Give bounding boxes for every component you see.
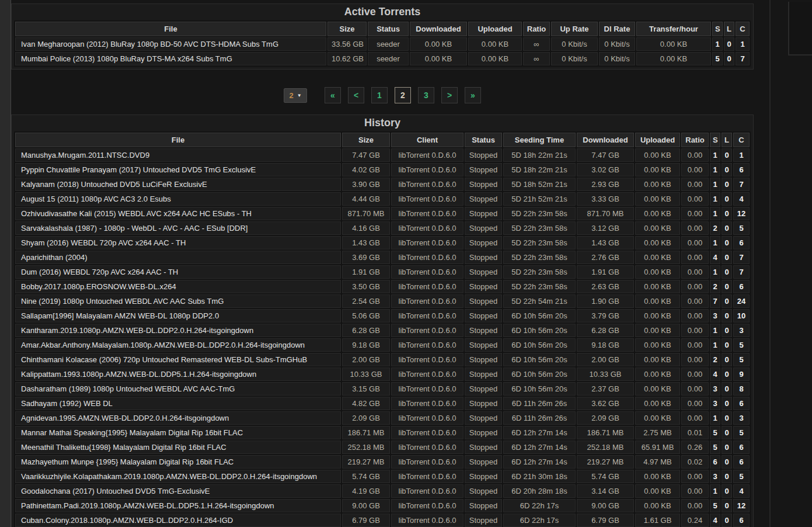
cell-seeding: 6D 21h 30m 18s [503, 470, 576, 483]
cell-file[interactable]: August 15 (2011) 1080p AVC AC3 2.0 Esubs [15, 192, 341, 206]
table-row: Sadhayam (1992) WEB DL4.82 GBlibTorrent … [15, 397, 750, 410]
cell-status: Stopped [465, 280, 502, 293]
cell-size: 3.15 GB [342, 382, 390, 396]
cell-size: 5.74 GB [342, 470, 390, 483]
cell-file[interactable]: Ozhivudivasathe Kali (2015) WEBDL AVC x2… [15, 207, 341, 220]
cell-seeding: 6D 12h 27m 14s [503, 455, 576, 469]
cell-file[interactable]: Mumbai Police (2013) 1080p BluRay DTS-MA… [15, 52, 326, 65]
cell-ratio: 0.00 [681, 324, 709, 337]
cell-file[interactable]: Manushya.Mrugam.2011.NTSC.DVD9 [15, 148, 341, 162]
cell-seeding: 6D 10h 56m 20s [503, 324, 576, 337]
column-header-uploaded: Uploaded [468, 22, 522, 36]
cell-l: 0 [722, 426, 732, 439]
cell-file[interactable]: Goodalochana (2017) Untouched DVD5 TmG-E… [15, 484, 341, 498]
cell-status: Stopped [465, 294, 502, 308]
cell-uploaded: 0.00 KB [635, 192, 680, 206]
cell-downloaded: 9.18 GB [577, 338, 634, 352]
cell-client: libTorrent 0.D.6.0 [391, 309, 463, 323]
cell-c: 4 [733, 484, 750, 498]
cell-downloaded: 219.27 MB [577, 455, 634, 469]
cell-c: 5 [733, 338, 750, 352]
pagination-button-next[interactable]: > [441, 87, 458, 103]
pagination-current-page: 2 [395, 87, 411, 103]
cell-l: 0 [722, 338, 732, 352]
pagination-button-page-3[interactable]: 3 [418, 87, 434, 103]
active-torrents-title: Active Torrents [14, 4, 751, 20]
cell-ratio: ∞ [523, 52, 550, 65]
table-row: Goodalochana (2017) Untouched DVD5 TmG-E… [15, 484, 750, 498]
cell-file[interactable]: Kalippattam.1993.1080p.AMZN.WEB-DL.DDP5.… [15, 367, 341, 381]
cell-ratio: 0.00 [681, 309, 709, 323]
cell-client: libTorrent 0.D.6.0 [391, 221, 463, 235]
cell-file[interactable]: Sadhayam (1992) WEB DL [15, 397, 341, 410]
cell-file[interactable]: Pathinettam.Padi.2019.1080p.AMZN.WEB-DL.… [15, 499, 341, 512]
cell-file[interactable]: Dum (2016) WEBDL 720p AVC x264 AAC - TH [15, 265, 341, 279]
cell-seeding: 5D 18h 22m 21s [503, 163, 576, 176]
pagination-button-last[interactable]: » [465, 87, 481, 103]
cell-s: 2 [710, 353, 720, 366]
cell-file[interactable]: Ivan Megharoopan (2012) BluRay 1080p BD-… [15, 37, 326, 51]
cell-ratio: 0.00 [681, 338, 709, 352]
cell-c: 5 [733, 470, 750, 483]
cell-file[interactable]: Sallapam[1996] Malayalam AMZN WEB-DL 108… [15, 309, 341, 323]
cell-file[interactable]: Vaarikkuzhiyile.Kolapathakam.2019.1080p.… [15, 470, 341, 483]
cell-seeding: 6D 11h 26m 26s [503, 397, 576, 410]
cell-file[interactable]: Pyppin Chuvattile Pranayam (2017) Untouc… [15, 163, 341, 176]
cell-file[interactable]: Shyam (2016) WEBDL 720p AVC x264 AAC - T… [15, 236, 341, 249]
cell-s: 1 [710, 411, 720, 425]
cell-s: 5 [710, 426, 720, 439]
cell-file[interactable]: Nine (2019) 1080p Untouched WEBDL AVC AA… [15, 294, 341, 308]
pagination-button-first[interactable]: « [325, 87, 341, 103]
cell-status: Stopped [465, 236, 502, 249]
page-number-select[interactable]: 2 ▼ [284, 88, 307, 103]
pagination: 2 ▼ «<123>» [11, 79, 754, 111]
cell-file[interactable]: Dasharatham (1989) 1080p Untouched WEBDL… [15, 382, 341, 396]
cell-size: 2.54 GB [342, 294, 390, 308]
column-header-up_rate: Up Rate [551, 22, 598, 36]
cell-uploaded: 0.00 KB [635, 309, 680, 323]
cell-downloaded: 3.12 GB [577, 221, 634, 235]
table-row: Pyppin Chuvattile Pranayam (2017) Untouc… [15, 163, 750, 176]
cell-file[interactable]: Sarvakalashala (1987) - 1080p - WebDL - … [15, 221, 341, 235]
cell-dl_rate: 0 Kbit/s [599, 52, 635, 65]
cell-size: 2.00 GB [342, 353, 390, 366]
cell-status: Stopped [465, 382, 502, 396]
cell-file[interactable]: Mannar Mathai Speaking{1995} Malayalam D… [15, 426, 341, 439]
table-row: Mumbai Police (2013) 1080p BluRay DTS-MA… [15, 52, 750, 65]
cell-ratio: 0.00 [681, 236, 709, 249]
cell-seeding: 6D 12h 27m 14s [503, 441, 576, 454]
cell-uploaded: 65.91 MB [635, 441, 680, 454]
cell-file[interactable]: Chinthamani Kolacase (2006) 720p Untouch… [15, 353, 341, 366]
cell-size: 33.56 GB [327, 37, 367, 51]
pagination-button-page-1[interactable]: 1 [371, 87, 388, 103]
cell-l: 0 [722, 148, 732, 162]
cell-file[interactable]: Meenathil Thalikettu{1998} Malayalam Dig… [15, 441, 341, 454]
cell-client: libTorrent 0.D.6.0 [391, 251, 463, 264]
cell-file[interactable]: Bobby.2017.1080p.EROSNOW.WEB-DL.x264 [15, 280, 341, 293]
cell-c: 6 [733, 163, 750, 176]
cell-size: 4.19 GB [342, 484, 390, 498]
cell-file[interactable]: Amar.Akbar.Anthony.Malayalam.1080p.AMZN.… [15, 338, 341, 352]
cell-ratio: 0.00 [681, 148, 709, 162]
cell-downloaded: 2.09 GB [577, 411, 634, 425]
table-row: Manushya.Mrugam.2011.NTSC.DVD97.47 GBlib… [15, 148, 750, 162]
cell-file[interactable]: Kantharam.2019.1080p.AMZN.WEB-DL.DDP2.0.… [15, 324, 341, 337]
cell-l: 0 [722, 514, 732, 527]
cell-file[interactable]: Agnidevan.1995.AMZN.WEB-DL.DDP2.0.H.264-… [15, 411, 341, 425]
cell-c: 6 [733, 397, 750, 410]
cell-l: 0 [724, 52, 734, 65]
top-right-panel-corner [788, 2, 812, 56]
cell-file[interactable]: Kalyanam (2018) Untouched DVD5 LuCiFeR E… [15, 178, 341, 191]
pagination-button-prev[interactable]: < [348, 87, 364, 103]
cell-downloaded: 6.28 GB [577, 324, 634, 337]
cell-file[interactable]: Mazhayethum Munpe {1995} Malayalam Digit… [15, 455, 341, 469]
cell-l: 0 [722, 441, 732, 454]
history-panel: History FileSizeClientStatusSeeding Time… [11, 115, 754, 527]
cell-transfer: 0.00 KB [636, 52, 711, 65]
column-header-s: S [710, 133, 720, 147]
cell-file[interactable]: Cuban.Colony.2018.1080p.AMZN.WEB-DL.DDP2… [15, 514, 341, 527]
cell-status: Stopped [465, 148, 502, 162]
cell-s: 3 [710, 470, 720, 483]
cell-file[interactable]: Aparichithan (2004) [15, 251, 341, 264]
cell-ratio: 0.00 [681, 397, 709, 410]
